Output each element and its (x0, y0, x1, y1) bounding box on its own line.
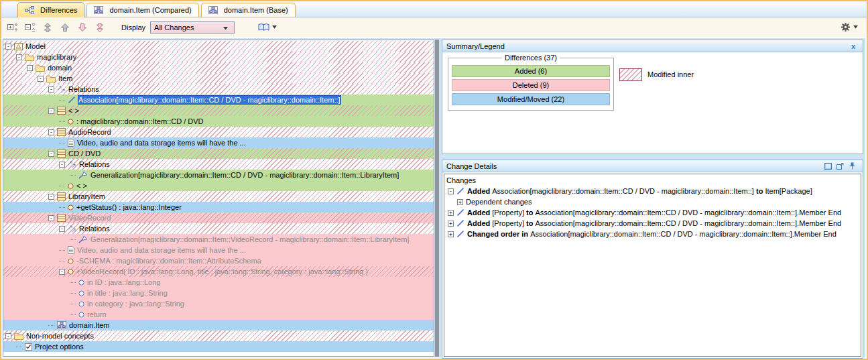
close-icon[interactable]: x (848, 42, 859, 51)
collapse-all-button[interactable] (23, 20, 40, 35)
tree-row[interactable]: +getStatus() : java::lang::Integer (3, 202, 434, 213)
tree-row[interactable]: -magiclibrary (3, 52, 434, 62)
tab-domain-item-base[interactable]: domain.Item (Base) (201, 3, 296, 17)
folder-icon (46, 75, 56, 82)
tree-row[interactable]: -< > (3, 105, 434, 116)
differences-icon (25, 6, 34, 14)
operation-icon (68, 204, 74, 211)
tree-connector (70, 304, 76, 304)
change-item[interactable]: +Changed order in Association[magiclibra… (446, 229, 859, 239)
change-item[interactable]: +Added [Property] to Association[magicli… (446, 218, 859, 229)
tab-differences[interactable]: Differences (17, 2, 84, 17)
tree-row[interactable]: -Item (3, 73, 434, 84)
tree-row[interactable]: in ID : java::lang::Long (3, 277, 434, 288)
collapse-toggle-icon[interactable]: - (59, 269, 65, 275)
tree-row[interactable]: -domain (3, 62, 434, 73)
tree-row[interactable]: : magiclibrary::domain::Item::CD / DVD (3, 116, 434, 127)
tree-connector (70, 239, 76, 240)
tree-row[interactable]: -Relations (3, 84, 434, 95)
display-filter-combobox[interactable]: All Changes (150, 21, 235, 34)
tree-row-label: < > (76, 182, 87, 190)
tree-row[interactable]: -Relations (3, 159, 434, 170)
float-button[interactable] (836, 162, 847, 171)
change-item[interactable]: +Dependent changes (446, 196, 859, 207)
change-item[interactable]: -Added Association[magiclibrary::domain:… (446, 186, 859, 196)
generalization-icon (78, 171, 88, 179)
document-icon (68, 139, 74, 147)
change-item-text: Added [Property] to Association[magiclib… (467, 219, 841, 227)
tree-row[interactable]: < > (3, 180, 434, 191)
collapse-toggle-icon[interactable]: - (48, 108, 54, 114)
expand-toggle-icon[interactable]: + (457, 199, 463, 205)
tree-row[interactable]: in category : java::lang::String (3, 298, 434, 309)
change-details-panel: Change Details Changes -Added Associatio… (442, 160, 863, 359)
options-gear-button[interactable] (839, 20, 862, 35)
collapse-toggle-icon[interactable]: - (48, 129, 54, 135)
pin-button[interactable] (848, 162, 859, 171)
previous-change-button[interactable] (58, 20, 74, 35)
next-change-button[interactable] (76, 20, 92, 35)
collapse-toggle-icon[interactable]: - (48, 215, 54, 221)
collapse-toggle-icon[interactable]: - (59, 226, 65, 232)
maximize-button[interactable] (824, 162, 834, 171)
toolbar: Display All Changes (1, 17, 867, 37)
tree-row[interactable]: -AudioRecord (3, 127, 434, 137)
book-icon (258, 23, 269, 32)
change-item[interactable]: +Added [Property] to Association[magicli… (446, 207, 859, 218)
tree-connector (70, 282, 76, 283)
collapse-toggle-icon[interactable]: - (48, 194, 54, 200)
tree-row[interactable]: Generalization[magiclibrary::domain::Ite… (3, 170, 434, 180)
tree-row[interactable]: -SCHEMA : magiclibrary::domain::Item::At… (3, 255, 434, 266)
collapse-toggle-icon[interactable]: - (38, 76, 44, 82)
tree-row[interactable]: -Non-model concepts (3, 331, 434, 341)
tree-row[interactable]: -VideoRecord (3, 213, 434, 223)
tree-row-label: in title : java::lang::String (87, 289, 168, 297)
tree-row[interactable]: Project options (3, 341, 434, 352)
tree-row-label: +getStatus() : java::lang::Integer (76, 203, 182, 211)
pin-icon (849, 162, 855, 170)
tree-row[interactable]: -Model (3, 41, 434, 52)
tree-row[interactable]: -LibraryItem (3, 191, 434, 202)
tab-domain-item-compared[interactable]: domain.Item (Compared) (86, 3, 198, 17)
expand-toggle-icon[interactable]: + (448, 221, 454, 227)
panel-splitter[interactable] (435, 40, 439, 357)
collapse-toggle-icon[interactable]: - (16, 54, 22, 60)
tree-row[interactable]: in title : java::lang::String (3, 288, 434, 298)
chevron-down-icon (272, 25, 277, 29)
collapse-toggle-icon[interactable]: - (448, 188, 454, 194)
expand-toggle-icon[interactable]: + (448, 210, 454, 216)
tree-row[interactable]: -Relations (3, 223, 434, 234)
collapse-toggle-icon[interactable]: - (48, 86, 54, 93)
tree-row-label: in category : java::lang::String (87, 300, 184, 308)
document-icon (68, 246, 74, 254)
collapse-toggle-icon[interactable]: - (5, 44, 11, 50)
expand-toggle-icon[interactable]: + (448, 231, 454, 237)
tree-row[interactable]: -CD / DVD (3, 148, 434, 159)
collapse-toggle-icon[interactable]: - (59, 162, 65, 168)
first-change-button[interactable] (41, 20, 57, 35)
tree-row-label: domain.Item (69, 321, 110, 329)
tree-row[interactable]: -+VideoRecord( ID : java::lang::Long, ti… (3, 266, 434, 277)
chevron-down-icon (223, 23, 231, 32)
collapse-toggle-icon[interactable]: - (48, 151, 54, 157)
tree-row[interactable]: Video, audio and data storage items will… (3, 245, 434, 255)
tree-row[interactable]: Generalization[magiclibrary::domain::Ite… (3, 234, 434, 245)
tab-label: Differences (40, 6, 77, 14)
tree-row[interactable]: return (3, 309, 434, 320)
collapse-toggle-icon[interactable]: - (27, 65, 33, 71)
tab-label: domain.Item (Compared) (109, 6, 191, 14)
uml-class-icon (57, 128, 66, 136)
differences-tree: -Model-magiclibrary-domain-Item-Relation… (3, 40, 434, 357)
last-change-button[interactable] (93, 20, 109, 35)
legend-button[interactable] (257, 20, 280, 35)
association-icon (456, 208, 464, 217)
differences-window: Differencesdomain.Item (Compared)domain.… (0, 0, 868, 360)
tab-label: domain.Item (Base) (224, 6, 288, 14)
maximize-icon (824, 163, 832, 170)
tree-row[interactable]: Video, audio and data storage items will… (3, 137, 434, 148)
tree-row[interactable]: Association[magiclibrary::domain::Item::… (3, 95, 434, 105)
tree-connector (59, 207, 65, 208)
collapse-toggle-icon[interactable]: - (5, 333, 11, 339)
tree-row[interactable]: domain.Item (3, 320, 434, 331)
expand-all-button[interactable] (6, 20, 22, 35)
